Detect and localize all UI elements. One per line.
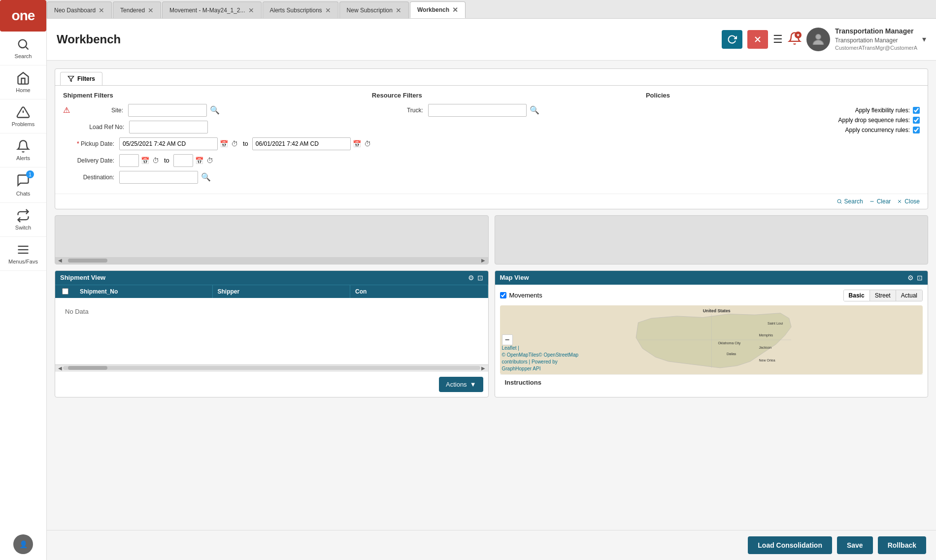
destination-input[interactable] bbox=[119, 171, 198, 184]
shipment-table-scrollbar[interactable]: ◀ ▶ bbox=[55, 364, 488, 371]
filter-tab-filters[interactable]: Filters bbox=[60, 72, 102, 85]
tab-neo-dashboard-close[interactable]: ✕ bbox=[99, 7, 104, 14]
truck-search-button[interactable]: 🔍 bbox=[529, 105, 540, 115]
sidebar-item-alerts[interactable]: Alerts bbox=[0, 133, 46, 167]
map-view-expand-btn[interactable]: ⊡ bbox=[917, 274, 923, 282]
refresh-button[interactable] bbox=[722, 30, 742, 49]
sidebar-item-switch[interactable]: Switch bbox=[0, 203, 46, 237]
scroll-left-arrow[interactable]: ◀ bbox=[57, 258, 63, 263]
map-container: United States Saint Loui Oklahoma City M… bbox=[500, 305, 923, 374]
delivery-to-time-btn[interactable]: ⏱ bbox=[205, 157, 214, 165]
svg-text:Dallas: Dallas bbox=[726, 352, 736, 355]
tab-workbench-close[interactable]: ✕ bbox=[452, 6, 458, 13]
drop-sequence-checkbox[interactable] bbox=[913, 117, 920, 124]
pickup-date-to-calendar-btn[interactable]: 📅 bbox=[352, 140, 362, 148]
resource-filters-title: Resource Filters bbox=[372, 92, 646, 99]
menu-button[interactable]: ☰ bbox=[773, 33, 783, 46]
truck-filter-row: Truck: 🔍 bbox=[372, 104, 646, 117]
scroll-right-arrow[interactable]: ▶ bbox=[480, 258, 486, 263]
rollback-button[interactable]: Rollback bbox=[878, 536, 926, 554]
chats-badge-count: 1 bbox=[26, 170, 34, 178]
tab-tendered-close[interactable]: ✕ bbox=[148, 7, 154, 14]
destination-label: Destination: bbox=[63, 174, 117, 181]
sidebar-item-problems-label: Problems bbox=[12, 121, 34, 127]
concurrency-checkbox[interactable] bbox=[913, 127, 920, 133]
sidebar-user-avatar[interactable]: 👤 bbox=[0, 528, 46, 560]
shipment-scroll-right[interactable]: ▶ bbox=[480, 365, 486, 371]
scroll-track bbox=[63, 259, 480, 263]
truck-input[interactable] bbox=[428, 104, 527, 117]
save-button[interactable]: Save bbox=[837, 536, 873, 554]
destination-search-button[interactable]: 🔍 bbox=[200, 172, 212, 182]
pickup-date-time-btn[interactable]: ⏱ bbox=[230, 140, 239, 148]
svg-point-0 bbox=[19, 40, 27, 48]
shipment-table-body: No Data bbox=[55, 298, 488, 364]
shipment-view-expand-btn[interactable]: ⊡ bbox=[477, 274, 483, 282]
sidebar-item-home[interactable]: Home bbox=[0, 66, 46, 99]
delivery-date-from-group: 📅 ⏱ bbox=[119, 154, 160, 167]
flexibility-rules-row: Apply flexibility rules: bbox=[646, 107, 920, 114]
map-zoom-out-btn[interactable]: − bbox=[502, 334, 513, 345]
delivery-date-row: Delivery Date: 📅 ⏱ to 📅 ⏱ bbox=[63, 154, 372, 167]
destination-row: Destination: 🔍 bbox=[63, 171, 372, 184]
app-logo[interactable]: one bbox=[0, 0, 46, 32]
tab-new-subscription-close[interactable]: ✕ bbox=[396, 7, 401, 14]
site-input[interactable] bbox=[128, 104, 207, 117]
pickup-date-to-label: to bbox=[241, 140, 250, 147]
shipment-select-all-checkbox[interactable] bbox=[62, 288, 68, 295]
svg-text:Saint Loui: Saint Loui bbox=[768, 322, 783, 325]
tab-new-subscription-label: New Subscription bbox=[347, 7, 393, 14]
actions-label: Actions bbox=[446, 381, 467, 388]
close-filters-icon bbox=[897, 198, 903, 204]
pickup-date-from-group: 📅 ⏱ bbox=[119, 137, 239, 150]
shipment-view-settings-btn[interactable]: ⚙ bbox=[468, 274, 474, 282]
map-attribution: Leaflet |© OpenMapTiles© OpenStreetMapco… bbox=[502, 345, 579, 372]
upper-left-scrollbar[interactable]: ◀ ▶ bbox=[55, 257, 488, 264]
search-filters-button[interactable]: Search bbox=[836, 198, 863, 205]
delivery-calendar-btn[interactable]: 📅 bbox=[140, 157, 150, 165]
tab-workbench[interactable]: Workbench ✕ bbox=[410, 1, 466, 18]
actions-chevron: ▼ bbox=[470, 381, 476, 388]
flexibility-rules-checkbox[interactable] bbox=[913, 107, 920, 114]
close-button[interactable] bbox=[747, 30, 768, 49]
site-search-button[interactable]: 🔍 bbox=[209, 105, 221, 115]
pickup-date-to-input[interactable] bbox=[252, 137, 351, 150]
movements-checkbox[interactable] bbox=[500, 292, 506, 298]
tab-movement[interactable]: Movement - M-May24_1_2... ✕ bbox=[162, 1, 261, 18]
map-street-btn[interactable]: Street bbox=[870, 290, 896, 301]
load-ref-input[interactable] bbox=[129, 121, 208, 133]
map-view-buttons: Basic Street Actual bbox=[843, 290, 923, 301]
tab-alerts-subscriptions[interactable]: Alerts Subscriptions ✕ bbox=[263, 1, 338, 18]
map-basic-btn[interactable]: Basic bbox=[844, 290, 870, 301]
no-data-message: No Data bbox=[55, 298, 488, 325]
map-view-settings-btn[interactable]: ⚙ bbox=[907, 274, 914, 282]
tab-movement-close[interactable]: ✕ bbox=[248, 7, 254, 14]
load-consolidation-button[interactable]: Load Consolidation bbox=[748, 536, 832, 554]
tab-alerts-close[interactable]: ✕ bbox=[325, 7, 331, 14]
shipment-scroll-left[interactable]: ◀ bbox=[57, 365, 63, 371]
resource-filters-section: Resource Filters Truck: 🔍 bbox=[372, 92, 646, 188]
close-filters-button[interactable]: Close bbox=[897, 198, 920, 205]
clear-filters-button[interactable]: Clear bbox=[869, 198, 891, 205]
tab-neo-dashboard[interactable]: Neo Dashboard ✕ bbox=[47, 1, 112, 18]
notification-bell[interactable]: ★ bbox=[788, 32, 802, 47]
user-profile[interactable]: Transportation Manager Transportation Ma… bbox=[806, 27, 926, 52]
sidebar-item-problems[interactable]: Problems bbox=[0, 99, 46, 133]
pickup-date-from-input[interactable] bbox=[119, 137, 218, 150]
sidebar-item-search[interactable]: Search bbox=[0, 32, 46, 66]
shipment-view-panel: Shipment View ⚙ ⊡ Shipment_No Shipper Co… bbox=[55, 270, 489, 397]
pickup-date-to-time-btn[interactable]: ⏱ bbox=[363, 140, 372, 148]
svg-point-9 bbox=[816, 34, 821, 39]
delivery-date-from-input[interactable] bbox=[119, 154, 139, 167]
sidebar-item-chats[interactable]: 1 Chats bbox=[0, 167, 46, 203]
delivery-to-calendar-btn[interactable]: 📅 bbox=[194, 157, 204, 165]
actions-button[interactable]: Actions ▼ bbox=[439, 377, 483, 392]
map-actual-btn[interactable]: Actual bbox=[896, 290, 922, 301]
pickup-date-calendar-btn[interactable]: 📅 bbox=[219, 140, 229, 148]
delivery-time-btn[interactable]: ⏱ bbox=[151, 157, 160, 165]
tab-new-subscription[interactable]: New Subscription ✕ bbox=[339, 1, 409, 18]
tab-tendered[interactable]: Tendered ✕ bbox=[113, 1, 161, 18]
sidebar-item-menus[interactable]: Menus/Favs bbox=[0, 237, 46, 271]
delivery-date-to-input[interactable] bbox=[173, 154, 193, 167]
svg-marker-10 bbox=[68, 76, 74, 82]
